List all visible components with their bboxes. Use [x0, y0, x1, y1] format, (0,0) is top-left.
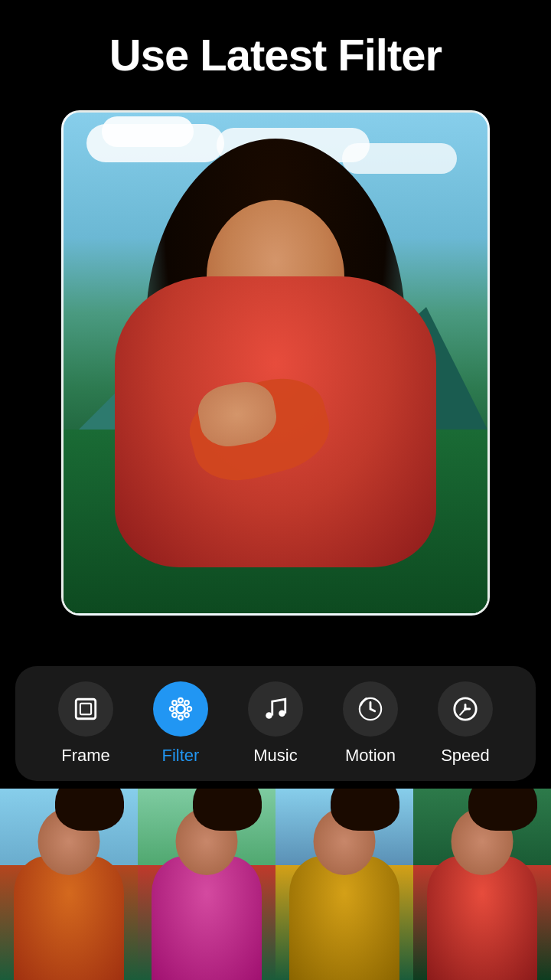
- thumbnail-1[interactable]: [0, 789, 138, 980]
- svg-point-3: [178, 698, 183, 703]
- svg-point-7: [172, 701, 177, 705]
- title-section: Use Latest Filter: [0, 0, 551, 95]
- music-label: Music: [253, 746, 297, 766]
- tool-motion[interactable]: Motion: [343, 681, 398, 766]
- cloud-2: [102, 116, 194, 147]
- frame-icon-circle: [58, 681, 113, 737]
- thumbnail-4[interactable]: [413, 789, 551, 980]
- speed-label: Speed: [441, 746, 490, 766]
- tool-frame[interactable]: Frame: [58, 681, 113, 766]
- music-icon-circle: [248, 681, 303, 737]
- frame-label: Frame: [61, 746, 110, 766]
- filter-label: Filter: [162, 746, 200, 766]
- filter-icon-circle: [153, 681, 208, 737]
- svg-point-2: [176, 704, 184, 713]
- thumbnail-2[interactable]: [138, 789, 276, 980]
- tool-speed[interactable]: Speed: [438, 681, 493, 766]
- main-photo: [61, 110, 490, 616]
- svg-point-10: [184, 701, 189, 705]
- page-title: Use Latest Filter: [15, 31, 536, 80]
- tool-music[interactable]: Music: [248, 681, 303, 766]
- filter-icon: [168, 696, 194, 722]
- thumbnail-3[interactable]: [276, 789, 413, 980]
- svg-point-5: [170, 707, 174, 711]
- music-icon: [262, 696, 289, 722]
- motion-label: Motion: [345, 746, 396, 766]
- svg-point-4: [178, 716, 183, 720]
- cloud-4: [342, 143, 457, 174]
- toolbar: Frame Filter Mus: [15, 666, 536, 781]
- svg-point-9: [172, 713, 177, 717]
- svg-rect-0: [76, 699, 96, 719]
- frame-icon: [73, 696, 99, 722]
- svg-point-8: [184, 713, 189, 717]
- motion-icon: [357, 696, 383, 722]
- svg-point-13: [464, 707, 467, 710]
- motion-icon-circle: [343, 681, 398, 737]
- svg-point-12: [279, 710, 285, 717]
- svg-rect-1: [80, 704, 91, 714]
- svg-point-11: [266, 712, 272, 719]
- speed-icon: [452, 696, 478, 722]
- thumbnail-strip: [0, 789, 551, 980]
- svg-point-6: [187, 707, 192, 711]
- speed-icon-circle: [438, 681, 493, 737]
- tool-filter[interactable]: Filter: [153, 681, 208, 766]
